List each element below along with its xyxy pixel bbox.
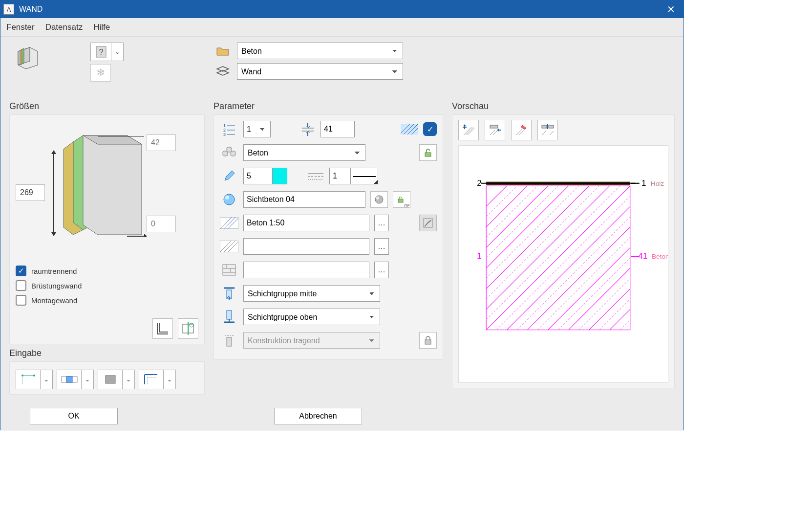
hatch2-browse[interactable]: …: [374, 238, 389, 255]
svg-line-104: [486, 186, 558, 258]
construction-select: Konstruktion tragend: [243, 332, 380, 349]
profile-button[interactable]: [152, 318, 173, 339]
thickness-input[interactable]: [321, 121, 355, 137]
svg-marker-9: [83, 135, 142, 235]
montage-checkbox[interactable]: Montagewand: [16, 295, 82, 306]
sizes-title: Größen: [9, 101, 205, 111]
svg-line-83: [542, 131, 546, 135]
help-dropdown[interactable]: ? ⌄: [90, 43, 124, 61]
surface-input[interactable]: [243, 191, 365, 208]
surface-icon: [220, 193, 238, 206]
svg-point-47: [224, 194, 235, 205]
line-preview[interactable]: [351, 168, 378, 184]
svg-point-15: [190, 323, 193, 327]
svg-line-74: [466, 127, 473, 135]
brick-icon: [220, 264, 238, 276]
hatch3-browse[interactable]: …: [374, 262, 389, 278]
svg-rect-81: [542, 125, 547, 128]
svg-marker-3: [22, 48, 24, 64]
section-fill-toggle[interactable]: ✓: [423, 122, 437, 136]
close-icon[interactable]: ✕: [661, 3, 681, 15]
preview-tool-3[interactable]: [511, 120, 532, 140]
group-v-select[interactable]: Schichtgruppe oben: [243, 309, 380, 325]
freeze-button[interactable]: ❄: [90, 64, 111, 82]
mask-button[interactable]: [419, 215, 437, 231]
svg-line-80: [519, 128, 526, 135]
input-mode-2[interactable]: ⌄: [57, 370, 94, 389]
svg-text:3: 3: [223, 132, 226, 136]
unlock-button[interactable]: [419, 144, 437, 161]
svg-rect-42: [231, 151, 235, 156]
svg-line-109: [537, 237, 630, 330]
svg-rect-61: [223, 265, 235, 275]
ok-button[interactable]: OK: [30, 408, 118, 424]
svg-line-98: [569, 268, 630, 330]
offset-input[interactable]: 0: [147, 216, 176, 232]
layer-list-icon: 123: [220, 122, 238, 136]
svg-line-79: [516, 128, 523, 135]
eingabe-title: Eingabe: [9, 348, 205, 358]
preview-tool-4[interactable]: [537, 120, 558, 140]
question-icon: ?: [91, 43, 111, 61]
check-icon: ✓: [16, 266, 26, 276]
material-select[interactable]: Beton: [243, 144, 365, 161]
svg-line-97: [548, 247, 630, 330]
unlock-m2-button[interactable]: m²: [393, 191, 410, 208]
raumtrennend-checkbox[interactable]: ✓ raumtrennend: [16, 266, 82, 276]
input-mode-1[interactable]: ⌄: [16, 370, 53, 389]
svg-marker-2: [20, 49, 22, 65]
section-fill-icon: [401, 124, 418, 134]
hatch1-input[interactable]: [243, 215, 369, 231]
hatch3-input[interactable]: [243, 262, 369, 278]
svg-rect-41: [223, 151, 228, 156]
top-selectors: Beton Wand: [214, 43, 675, 96]
preview-tool-2[interactable]: [485, 120, 505, 140]
line-input[interactable]: [329, 168, 351, 184]
bruestung-checkbox[interactable]: Brüstungswand: [16, 280, 82, 291]
type-select[interactable]: Wand: [237, 63, 403, 80]
svg-line-93: [486, 186, 527, 227]
footer: OK Abbrechen: [0, 402, 684, 430]
svg-line-89: [486, 186, 610, 310]
pen-input[interactable]: [243, 168, 273, 184]
wall-3d-graphic: [49, 130, 147, 237]
check-icon: [16, 295, 26, 306]
hatch-diag-icon: [220, 217, 238, 229]
svg-text:1: 1: [641, 178, 646, 188]
width-input[interactable]: 42: [147, 134, 176, 151]
group-h-select[interactable]: Schichtgruppe mitte: [243, 285, 380, 302]
svg-line-101: [486, 186, 620, 320]
svg-line-103: [486, 186, 578, 278]
svg-text:?: ?: [99, 48, 103, 56]
menu-fenster[interactable]: Fenster: [6, 22, 35, 32]
lock-button[interactable]: [419, 332, 437, 349]
svg-rect-71: [227, 337, 232, 346]
thickness-icon: [300, 122, 316, 136]
height-input[interactable]: 269: [16, 184, 45, 201]
svg-point-50: [376, 197, 379, 200]
app-icon: A: [3, 4, 14, 15]
hatch1-browse[interactable]: …: [374, 215, 389, 231]
svg-rect-72: [425, 340, 431, 344]
check-icon: [16, 280, 26, 291]
align-h-icon: [220, 286, 238, 301]
preview-tool-1[interactable]: [458, 120, 479, 140]
svg-text:Beton: Beton: [652, 253, 668, 260]
cancel-button[interactable]: Abbrechen: [274, 408, 362, 424]
svg-line-113: [620, 320, 630, 330]
hatch2-input[interactable]: [243, 238, 369, 255]
sizes-panel: 269 42 0: [9, 114, 205, 344]
input-mode-4[interactable]: ⌄: [139, 370, 176, 389]
input-mode-3[interactable]: ⌄: [98, 370, 135, 389]
category-select[interactable]: Beton: [237, 43, 403, 59]
menu-datensatz[interactable]: Datensatz: [45, 22, 83, 32]
svg-point-49: [375, 196, 383, 203]
copy-height-button[interactable]: [178, 318, 198, 339]
svg-line-105: [486, 186, 537, 237]
svg-line-77: [490, 130, 495, 135]
sphere-button[interactable]: [370, 191, 388, 208]
pen-color-swatch[interactable]: [273, 168, 287, 184]
svg-line-95: [507, 206, 630, 330]
layer-index-select[interactable]: 1: [243, 121, 271, 137]
menu-hilfe[interactable]: Hilfe: [93, 22, 110, 32]
